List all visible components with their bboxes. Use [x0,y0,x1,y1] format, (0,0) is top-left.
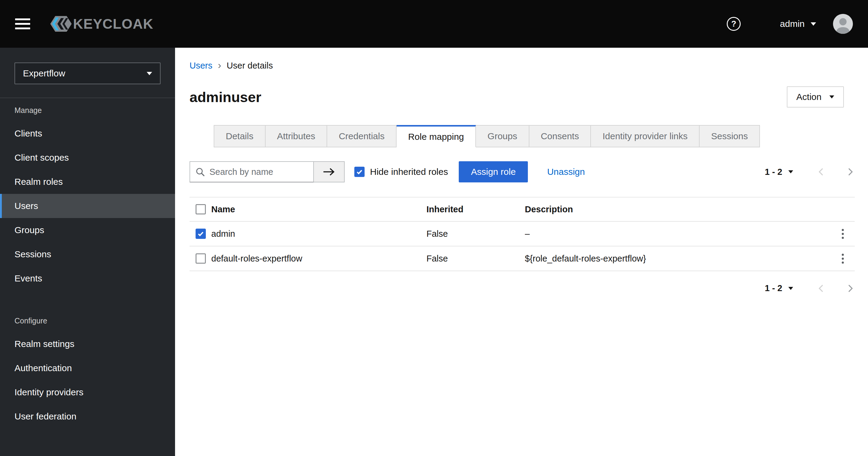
search-input[interactable] [189,161,314,182]
breadcrumb: Users › User details [189,60,855,71]
tab-sessions[interactable]: Sessions [700,125,760,147]
action-dropdown-label: Action [797,92,822,102]
role-mapping-toolbar: Hide inherited roles Assign role Unassig… [189,161,855,182]
tab-identity-provider-links[interactable]: Identity provider links [591,125,700,147]
search-icon [195,167,205,177]
sidebar-section-configure: Configure Realm settings Authentication … [0,309,175,429]
main-content: Users › User details adminuser Action De… [175,48,868,456]
tab-attributes[interactable]: Attributes [266,125,328,147]
keycloak-logo[interactable]: KEYCLOAK [50,16,153,32]
pagination-menu-toggle[interactable]: 1 - 2 [765,283,793,293]
nav-toggle-icon[interactable] [15,19,30,29]
chevron-down-icon [829,95,834,98]
chevron-down-icon [788,170,793,173]
checkbox-checked-icon [354,167,365,177]
assign-role-button[interactable]: Assign role [459,161,528,182]
sidebar-item-realm-settings[interactable]: Realm settings [0,332,175,356]
chevron-down-icon [788,287,793,290]
role-description: – [525,229,831,239]
column-header-name: Name [211,204,427,215]
section-label: Configure [0,316,175,325]
sidebar-item-realm-roles[interactable]: Realm roles [0,170,175,194]
user-menu[interactable]: admin [780,19,816,29]
arrow-right-icon [322,167,336,177]
user-avatar-icon [833,14,853,34]
search-submit-button[interactable] [314,161,345,182]
realm-selector[interactable]: Expertflow [14,62,161,84]
masthead: KEYCLOAK ? admin [0,0,868,48]
body: Expertflow Manage Clients Client scopes … [0,48,868,456]
kebab-menu-icon[interactable] [839,226,847,242]
row-checkbox[interactable] [195,253,206,264]
sidebar-item-users[interactable]: Users [0,194,175,218]
search-field [189,161,314,182]
unassign-link[interactable]: Unassign [547,167,585,177]
tab-details[interactable]: Details [214,125,266,147]
search-group [189,161,345,182]
realm-selector-value: Expertflow [23,68,65,79]
breadcrumb-current: User details [227,61,273,71]
sidebar-item-user-federation[interactable]: User federation [0,404,175,429]
sidebar-section-manage: Manage Clients Client scopes Realm roles… [0,98,175,290]
chevron-right-icon[interactable] [846,284,855,293]
action-dropdown-button[interactable]: Action [787,86,844,108]
pagination-bottom: 1 - 2 [765,283,855,293]
chevron-down-icon [811,22,816,26]
page-header: adminuser Action [189,86,855,108]
chevron-left-icon[interactable] [817,284,826,293]
row-checkbox[interactable] [195,229,206,239]
column-header-description: Description [525,204,831,215]
help-icon[interactable]: ? [727,17,741,31]
role-mapping-table: Name Inherited Description admin False – [189,197,855,271]
sidebar-item-events[interactable]: Events [0,266,175,290]
sidebar-item-authentication[interactable]: Authentication [0,356,175,380]
table-header-row: Name Inherited Description [189,197,855,222]
sidebar-item-identity-providers[interactable]: Identity providers [0,380,175,404]
role-name: default-roles-expertflow [211,254,427,264]
sidebar-item-sessions[interactable]: Sessions [0,242,175,266]
pagination-menu-toggle[interactable]: 1 - 2 [765,167,793,177]
sidebar-item-client-scopes[interactable]: Client scopes [0,146,175,170]
table-row-admin: admin False – [189,222,855,247]
chevron-down-icon [147,72,152,75]
role-inherited: False [427,254,525,264]
tab-consents[interactable]: Consents [529,125,591,147]
tab-credentials[interactable]: Credentials [327,125,397,147]
sidebar-item-clients[interactable]: Clients [0,121,175,146]
kebab-menu-icon[interactable] [839,251,847,267]
sidebar-item-groups[interactable]: Groups [0,218,175,242]
select-all-checkbox[interactable] [195,204,206,215]
hide-inherited-roles-label: Hide inherited roles [370,167,448,177]
tab-groups[interactable]: Groups [476,125,529,147]
pagination-bottom-row: 1 - 2 [189,283,855,293]
role-description: ${role_default-roles-expertflow} [525,254,831,264]
pagination-top: 1 - 2 [765,167,855,177]
table-row-default-roles: default-roles-expertflow False ${role_de… [189,247,855,271]
role-name: admin [211,229,427,239]
user-menu-label: admin [780,19,805,29]
hide-inherited-roles-checkbox[interactable]: Hide inherited roles [354,167,448,177]
breadcrumb-separator-icon: › [218,60,221,71]
tab-role-mapping[interactable]: Role mapping [397,125,476,147]
chevron-left-icon[interactable] [817,167,826,176]
role-inherited: False [427,229,525,239]
tab-bar: Details Attributes Credentials Role mapp… [214,125,855,147]
column-header-inherited: Inherited [427,204,525,215]
section-label: Manage [0,106,175,115]
pagination-range: 1 - 2 [765,283,782,293]
page-title: adminuser [189,89,261,105]
pagination-range: 1 - 2 [765,167,782,177]
keycloak-admin-console: KEYCLOAK ? admin Expertflow [0,0,868,456]
masthead-right: ? admin [727,14,853,34]
chevron-right-icon[interactable] [846,167,855,176]
sidebar: Expertflow Manage Clients Client scopes … [0,48,175,456]
breadcrumb-link-users[interactable]: Users [189,61,213,71]
brand-wordmark: KEYCLOAK [73,16,153,32]
avatar[interactable] [833,14,853,34]
keycloak-logo-icon [50,16,72,32]
